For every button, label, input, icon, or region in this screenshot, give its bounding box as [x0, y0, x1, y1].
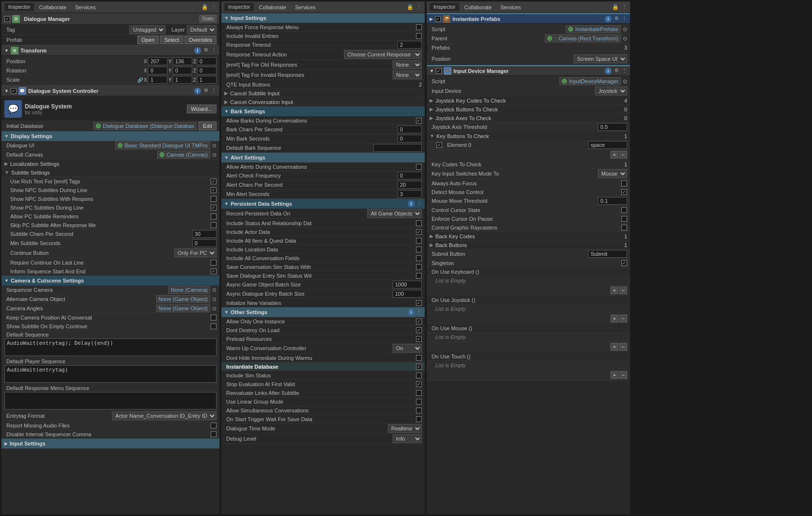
include-actor-checkbox[interactable]	[416, 229, 422, 235]
alt-camera-ref[interactable]: None (Game Object)	[156, 295, 210, 303]
bark-settings-header[interactable]: ▼ Bark Settings	[221, 107, 425, 116]
instantiate-db-checkbox[interactable]	[416, 364, 422, 370]
position-z-input[interactable]	[197, 57, 217, 65]
transform-menu-icon[interactable]: ⋮	[211, 47, 217, 54]
tab-inspector-1[interactable]: Inspector	[4, 3, 34, 11]
initial-db-ref[interactable]: Dialogue Database (Dialogue Databas	[93, 122, 197, 130]
em-tag-old-select[interactable]: None	[393, 60, 422, 69]
persistent-data-header[interactable]: ▼ Persistent Data Settings i ⋮	[221, 199, 425, 209]
warm-up-select[interactable]: On	[393, 344, 422, 353]
menu-icon-1[interactable]: ⋮	[211, 4, 217, 10]
other-settings-header[interactable]: ▼ Other Settings i ⋮	[221, 307, 425, 317]
include-invalid-checkbox[interactable]	[416, 33, 422, 39]
edit-button[interactable]: Edit	[198, 122, 217, 130]
dui-settings-icon[interactable]: ⊙	[212, 142, 217, 149]
wizard-button[interactable]: Wizard...	[187, 105, 217, 113]
min-alert-input[interactable]	[397, 190, 422, 198]
alt-cam-settings[interactable]: ⊙	[212, 296, 217, 302]
detect-mouse-checkbox[interactable]	[621, 189, 627, 195]
ip-enabled-checkbox[interactable]	[435, 16, 441, 22]
async-game-obj-input[interactable]	[393, 281, 422, 288]
cam-angles-settings[interactable]: ⊙	[212, 305, 217, 312]
scale-x-input[interactable]	[148, 76, 167, 84]
enforce-cursor-checkbox[interactable]	[621, 216, 627, 222]
include-sim-status-checkbox[interactable]	[416, 373, 422, 378]
display-settings-header[interactable]: ▼ Display Settings	[1, 131, 219, 141]
async-dialogue-entry-input[interactable]	[393, 290, 422, 298]
show-npc-response-checkbox[interactable]	[211, 196, 217, 202]
idm-script-settings[interactable]: ⊙	[623, 78, 627, 85]
dsc-triangle[interactable]: ▼	[4, 89, 9, 93]
ip-gear-icon[interactable]: ⚙	[614, 16, 619, 22]
position-y-input[interactable]	[173, 57, 192, 65]
sequencer-camera-ref[interactable]: None (Camera)	[168, 286, 210, 294]
ip-menu-icon[interactable]: ⋮	[622, 16, 627, 22]
min-bark-input[interactable]	[397, 135, 422, 142]
alert-chars-input[interactable]	[397, 181, 422, 189]
allow-pc-reminders-checkbox[interactable]	[211, 214, 217, 219]
touch-plus-btn[interactable]: +	[611, 371, 618, 379]
debug-level-select[interactable]: Info	[393, 434, 422, 443]
prefab-open-button[interactable]: Open	[137, 36, 159, 44]
prefab-overrides-button[interactable]: Overrides	[184, 36, 217, 44]
reevaluate-links-checkbox[interactable]	[416, 390, 422, 396]
camera-angles-ref[interactable]: None (Game Object)	[156, 304, 210, 312]
input-device-select[interactable]: Joystick	[595, 87, 627, 95]
show-npc-during-checkbox[interactable]	[211, 187, 217, 193]
touch-minus-btn[interactable]: −	[619, 371, 627, 379]
tab-services-1[interactable]: Services	[72, 3, 100, 11]
cancel-subtitle-row[interactable]: ▶ Cancel Subtitle Input	[221, 89, 425, 98]
control-cursor-state-checkbox[interactable]	[621, 207, 627, 213]
dialogue-ui-ref[interactable]: Basic Standard Dialogue UI TMPro	[115, 142, 210, 149]
dsc-menu-icon[interactable]: ⋮	[211, 88, 217, 94]
em-tag-invalid-select[interactable]: None	[393, 71, 422, 79]
transform-triangle[interactable]: ▼	[4, 48, 9, 53]
tab-inspector-3[interactable]: Inspector	[430, 3, 459, 11]
tab-collaborate-2[interactable]: Collaborate	[255, 3, 290, 11]
default-response-menu-seq-input[interactable]	[4, 392, 217, 409]
show-subtitle-empty-checkbox[interactable]	[211, 323, 217, 329]
always-force-checkbox[interactable]	[416, 24, 422, 30]
back-buttons-row[interactable]: ▶ Back Buttons 1	[427, 241, 630, 249]
save-dialogue-entry-sim-checkbox[interactable]	[416, 273, 422, 279]
tab-collaborate-1[interactable]: Collaborate	[35, 3, 70, 11]
always-auto-focus-checkbox[interactable]	[621, 180, 627, 186]
ip-triangle[interactable]: ▶	[430, 17, 433, 21]
entrytag-format-select[interactable]: Actor Name_Conversation ID_Entry ID	[112, 411, 217, 420]
include-all-conv-checkbox[interactable]	[416, 255, 422, 261]
init-new-vars-checkbox[interactable]	[416, 300, 422, 306]
dialogue-time-mode-select[interactable]: Realtime	[388, 424, 422, 433]
idm-enabled-checkbox[interactable]	[436, 68, 442, 74]
stop-eval-checkbox[interactable]	[416, 381, 422, 387]
transform-gear-icon[interactable]: ⚙	[204, 47, 208, 54]
bark-chars-input[interactable]	[397, 125, 422, 133]
dsc-gear-icon[interactable]: ⚙	[204, 88, 208, 94]
rotation-z-input[interactable]	[197, 67, 217, 74]
tag-select[interactable]: Untagged	[129, 25, 165, 34]
keyboard-minus-btn[interactable]: −	[619, 286, 627, 294]
joystick-keycodes-row[interactable]: ▶ Joystick Key Codes To Check 4	[427, 96, 630, 105]
min-subtitle-input[interactable]	[192, 239, 217, 247]
tab-services-2[interactable]: Services	[291, 3, 320, 11]
idm-menu-icon[interactable]: ⋮	[622, 68, 627, 74]
use-linear-group-checkbox[interactable]	[416, 399, 422, 405]
dsc-enabled-checkbox[interactable]	[11, 88, 17, 94]
ip-script-settings[interactable]: ⊙	[623, 26, 627, 33]
default-bark-seq-input[interactable]	[373, 144, 422, 152]
allow-only-one-checkbox[interactable]	[416, 319, 422, 324]
allow-simultaneous-checkbox[interactable]	[416, 408, 422, 413]
rotation-x-input[interactable]	[148, 67, 167, 74]
default-sequence-input[interactable]: AudioWait(entrytag); Delay({end})	[4, 338, 217, 356]
position-value-select[interactable]: Screen Space UI	[574, 54, 627, 63]
mouse-plus-btn[interactable]: +	[611, 343, 618, 351]
ip-parent-settings[interactable]: ⊙	[623, 36, 627, 42]
include-location-checkbox[interactable]	[416, 247, 422, 252]
element0-toggle[interactable]	[436, 142, 442, 148]
preload-resources-checkbox[interactable]	[416, 336, 422, 342]
require-continue-checkbox[interactable]	[211, 260, 217, 266]
idm-gear-icon[interactable]: ⚙	[614, 68, 619, 74]
default-player-seq-input[interactable]: AudioWait(entrytag)	[4, 365, 217, 383]
tab-collaborate-3[interactable]: Collaborate	[460, 3, 495, 11]
response-timeout-input[interactable]	[397, 41, 422, 49]
input-settings-bottom-header[interactable]: ▶ Input Settings	[1, 439, 219, 448]
